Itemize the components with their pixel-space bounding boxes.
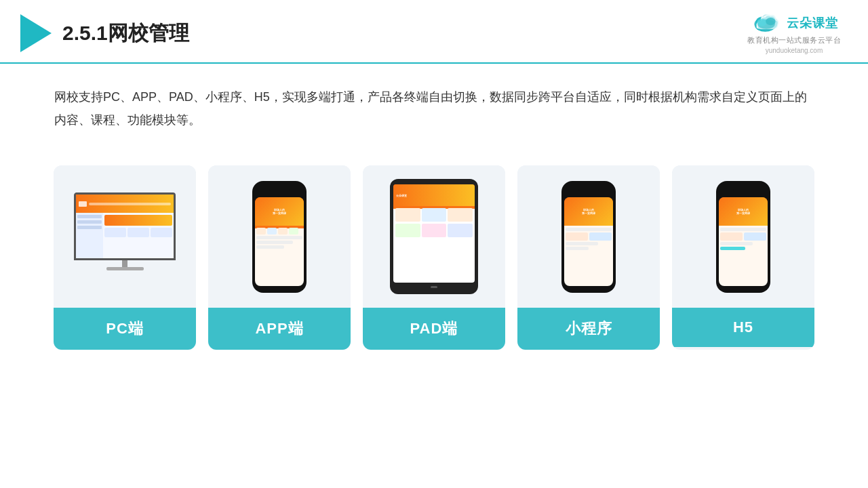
card-pad-image-area: 云朵课堂: [363, 165, 505, 308]
card-pc-label: PC端: [54, 308, 196, 350]
brand-name: 云朵课堂: [787, 15, 838, 31]
card-pad-label: PAD端: [363, 308, 505, 350]
description-section: 网校支持PC、APP、PAD、小程序、H5，实现多端打通，产品各终端自由切换，数…: [0, 64, 868, 145]
app-screen-content: 职场人的第一堂网课: [255, 197, 304, 286]
svg-point-7: [757, 19, 766, 26]
pad-device: 云朵课堂: [390, 179, 478, 294]
miniprogram-phone-device: 职场人的第一堂网课: [561, 181, 616, 293]
logo-triangle-icon: [20, 14, 52, 52]
miniprogram-screen-content: 职场人的第一堂网课: [564, 197, 613, 286]
phone-notch-2: [578, 188, 599, 191]
header-left: 2.5.1网校管理: [20, 14, 189, 52]
h5-phone-device: 职场人的第一堂网课: [716, 181, 770, 293]
pad-screen: 云朵课堂: [393, 184, 475, 283]
card-pad: 云朵课堂: [363, 165, 505, 350]
brand-tagline: 教育机构一站式服务云平台: [747, 35, 841, 45]
brand-url: yunduoketang.com: [766, 47, 823, 54]
cloud-logo-icon: [750, 12, 783, 34]
svg-point-8: [766, 18, 775, 25]
phone-notch: [269, 188, 290, 191]
card-pc-image-area: [54, 165, 196, 308]
brand-area: 云朵课堂 教育机构一站式服务云平台 yunduoketang.com: [747, 12, 841, 54]
page-title: 2.5.1网校管理: [62, 20, 189, 47]
description-text: 网校支持PC、APP、PAD、小程序、H5，实现多端打通，产品各终端自由切换，数…: [54, 85, 814, 131]
tablet-home-btn: [393, 285, 475, 289]
pc-device-icon: [67, 192, 182, 281]
card-app-image-area: 职场人的第一堂网课: [208, 165, 351, 308]
pad-screen-content: 云朵课堂: [393, 184, 475, 283]
pc-stand: [106, 260, 144, 270]
card-miniprogram: 职场人的第一堂网课 小程序: [517, 165, 660, 350]
page-header: 2.5.1网校管理 云朵课堂 教育机构一站式服务云平台 yunduoketan: [0, 0, 868, 64]
pc-screen-content: [76, 195, 174, 258]
brand-logo: 云朵课堂: [750, 12, 838, 34]
app-screen: 职场人的第一堂网课: [255, 197, 304, 286]
pc-screen: [74, 192, 176, 260]
card-miniprogram-image-area: 职场人的第一堂网课: [517, 165, 660, 308]
app-phone-device: 职场人的第一堂网课: [252, 181, 307, 293]
card-h5-label: H5: [672, 308, 814, 347]
card-miniprogram-label: 小程序: [517, 308, 660, 350]
h5-screen-content: 职场人的第一堂网课: [719, 197, 768, 286]
card-h5-image-area: 职场人的第一堂网课: [672, 165, 814, 308]
h5-screen: 职场人的第一堂网课: [719, 197, 768, 286]
card-h5: 职场人的第一堂网课 H5: [672, 165, 814, 350]
miniprogram-screen: 职场人的第一堂网课: [564, 197, 613, 286]
card-app-label: APP端: [208, 308, 351, 350]
card-app: 职场人的第一堂网课: [208, 165, 351, 350]
device-cards-container: PC端 职场人的第一堂网课: [0, 152, 868, 370]
card-pc: PC端: [54, 165, 196, 350]
phone-notch-3: [733, 188, 753, 191]
